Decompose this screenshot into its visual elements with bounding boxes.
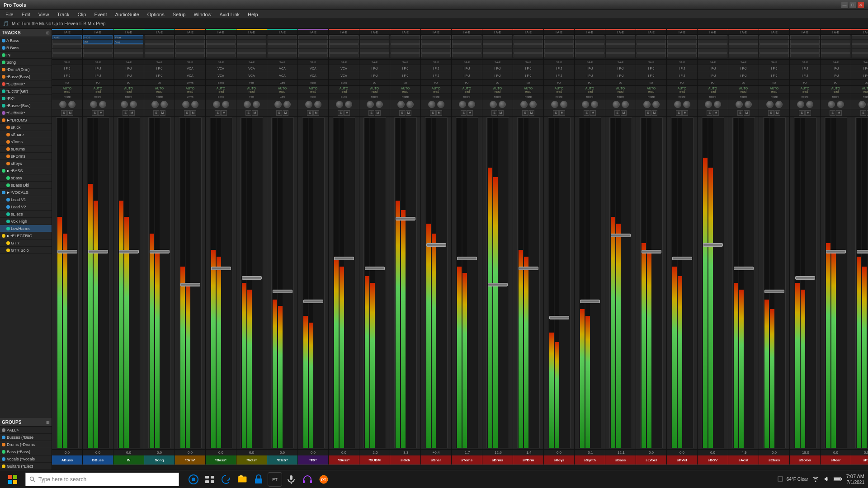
- mute-button[interactable]: M: [682, 110, 688, 116]
- insert-slot[interactable]: [421, 40, 451, 44]
- fader-track[interactable]: [517, 117, 540, 448]
- show-desktop-icon[interactable]: [778, 476, 783, 482]
- insert-slot[interactable]: [452, 44, 481, 48]
- mute-button[interactable]: M: [713, 110, 719, 116]
- fader-track[interactable]: [640, 117, 663, 448]
- insert-slot[interactable]: [175, 53, 205, 57]
- auto-section[interactable]: AUTOread: [329, 86, 359, 94]
- track-item[interactable]: sBass Dbl: [0, 182, 52, 189]
- track-item[interactable]: IN: [0, 52, 52, 59]
- pan-knob[interactable]: [459, 101, 466, 108]
- mute-button[interactable]: M: [313, 110, 319, 116]
- insert-slot[interactable]: [483, 35, 512, 39]
- fader-handle[interactable]: [150, 250, 170, 253]
- track-item[interactable]: Song: [0, 59, 52, 66]
- fader-handle[interactable]: [426, 243, 446, 247]
- insert-slot[interactable]: [729, 40, 758, 44]
- insert-slot[interactable]: [237, 35, 266, 39]
- fader-track[interactable]: [456, 117, 478, 448]
- insert-slot[interactable]: [575, 40, 604, 44]
- insert-slot[interactable]: [606, 44, 635, 48]
- auto-section[interactable]: AUTOread: [544, 86, 574, 94]
- insert-slot[interactable]: [544, 44, 574, 48]
- insert-slot[interactable]: [637, 40, 666, 44]
- insert-slot[interactable]: [206, 35, 236, 39]
- pan-knob[interactable]: [283, 101, 291, 108]
- fader-handle[interactable]: [457, 257, 477, 260]
- pan-knob[interactable]: [859, 101, 866, 108]
- insert-slot[interactable]: [83, 53, 113, 57]
- fader-handle[interactable]: [611, 234, 631, 237]
- auto-section[interactable]: AUTOread: [359, 86, 390, 94]
- protools2-icon[interactable]: PT: [316, 472, 331, 487]
- insert-slot[interactable]: [790, 40, 820, 44]
- fader-track[interactable]: [333, 117, 355, 448]
- insert-slot[interactable]: [298, 44, 328, 48]
- insert-slot[interactable]: [175, 49, 205, 53]
- mute-button[interactable]: M: [344, 110, 350, 116]
- fader-track[interactable]: [210, 117, 232, 448]
- insert-slot[interactable]: [452, 35, 481, 39]
- insert-slot[interactable]: [575, 49, 604, 53]
- insert-slot[interactable]: [52, 53, 82, 57]
- group-item[interactable]: <ALL>: [0, 427, 52, 434]
- insert-slot[interactable]: [575, 35, 604, 39]
- pan-knob[interactable]: [213, 101, 220, 108]
- auto-section[interactable]: AUTOread: [821, 86, 851, 94]
- insert-slot[interactable]: [329, 35, 359, 39]
- fader-handle[interactable]: [642, 250, 661, 253]
- pan-knob[interactable]: [745, 101, 752, 108]
- mic-icon[interactable]: [284, 472, 298, 487]
- solo-button[interactable]: S: [799, 110, 805, 116]
- pan-knob[interactable]: [683, 101, 690, 108]
- insert-slot[interactable]: [329, 44, 359, 48]
- auto-section[interactable]: AUTOread: [175, 86, 205, 94]
- track-item[interactable]: *FX*: [0, 95, 52, 102]
- solo-button[interactable]: S: [215, 110, 221, 116]
- mute-button[interactable]: M: [190, 110, 196, 116]
- insert-slot[interactable]: [606, 53, 635, 57]
- menu-item-view[interactable]: View: [35, 11, 53, 18]
- solo-button[interactable]: S: [399, 110, 405, 116]
- fader-track[interactable]: [241, 117, 263, 448]
- menu-item-track[interactable]: Track: [53, 11, 73, 18]
- pan-knob[interactable]: [68, 101, 75, 108]
- mute-button[interactable]: M: [744, 110, 750, 116]
- insert-slot[interactable]: [729, 35, 758, 39]
- insert-slot[interactable]: AME: [52, 35, 82, 39]
- insert-slot[interactable]: [760, 49, 789, 53]
- pan-knob[interactable]: [582, 101, 589, 108]
- solo-button[interactable]: S: [184, 110, 190, 116]
- solo-button[interactable]: S: [123, 110, 128, 116]
- solo-button[interactable]: S: [645, 110, 651, 116]
- fader-handle[interactable]: [795, 276, 815, 280]
- mute-button[interactable]: M: [221, 110, 227, 116]
- insert-slot[interactable]: [114, 53, 143, 57]
- mute-button[interactable]: M: [528, 110, 534, 116]
- pan-knob[interactable]: [643, 101, 651, 108]
- pan-knob[interactable]: [397, 101, 405, 108]
- pan-knob[interactable]: [428, 101, 435, 108]
- auto-section[interactable]: AUTOread: [83, 86, 113, 94]
- fader-track[interactable]: [609, 117, 632, 448]
- menu-item-avid link[interactable]: Avid Link: [216, 11, 243, 18]
- pan-knob[interactable]: [714, 101, 721, 108]
- insert-slot[interactable]: [206, 40, 236, 44]
- fader-handle[interactable]: [672, 257, 692, 260]
- pan-knob[interactable]: [151, 101, 159, 108]
- tracks-expand-icon[interactable]: ⊞: [46, 31, 50, 35]
- mute-button[interactable]: M: [774, 110, 780, 116]
- pan-knob[interactable]: [520, 101, 528, 108]
- insert-slot[interactable]: [298, 35, 328, 39]
- insert-slot[interactable]: [637, 35, 666, 39]
- auto-section[interactable]: AUTOread: [636, 86, 666, 94]
- pan-knob[interactable]: [806, 101, 813, 108]
- fader-handle[interactable]: [519, 267, 538, 270]
- insert-slot[interactable]: [391, 35, 420, 39]
- mute-button[interactable]: M: [805, 110, 811, 116]
- bottom-scrollbar[interactable]: [52, 465, 868, 470]
- solo-button[interactable]: S: [92, 110, 98, 116]
- insert-slot[interactable]: [760, 35, 789, 39]
- fader-track[interactable]: [579, 117, 601, 448]
- insert-slot[interactable]: [175, 35, 205, 39]
